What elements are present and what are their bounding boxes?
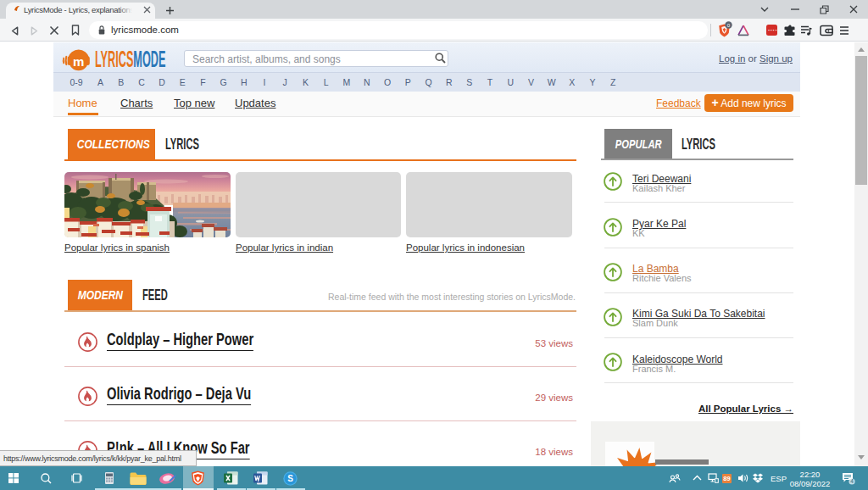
svg-text:4: 4: [850, 478, 854, 484]
svg-text:S: S: [287, 474, 293, 483]
svg-text:m: m: [73, 54, 84, 69]
